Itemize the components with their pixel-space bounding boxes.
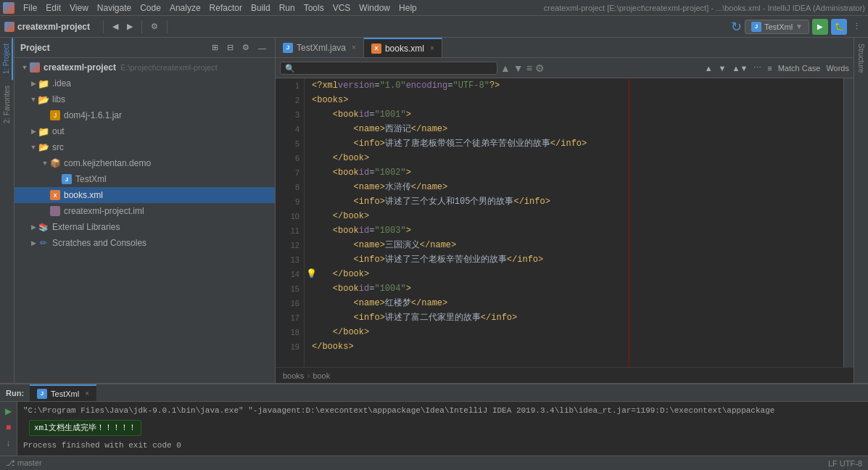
status-bar: ⎇ master LF UTF-8 (0, 455, 868, 470)
run-button[interactable]: ▶ (812, 19, 828, 35)
menu-window[interactable]: Window (355, 0, 394, 16)
bottom-tab-java-icon: J (37, 389, 47, 399)
debug-button[interactable]: 🐛 (831, 19, 847, 35)
menu-navigate[interactable]: Navigate (93, 0, 136, 16)
project-collapse-all-btn[interactable]: ⊟ (224, 41, 236, 54)
menu-tools[interactable]: Tools (299, 0, 328, 16)
project-close-btn[interactable]: — (255, 41, 269, 54)
code-line-11[interactable]: <book id="1003"> (305, 223, 843, 238)
vtab-favorites[interactable]: 2: Favorites (1, 80, 12, 129)
toolbar-back-btn[interactable]: ◀ (109, 20, 121, 33)
more-actions-btn[interactable]: ⋮ (850, 20, 864, 33)
vtab-structure[interactable]: Structure (856, 38, 867, 79)
menu-analyze[interactable]: Analyze (165, 0, 205, 16)
menu-run[interactable]: Run (275, 0, 299, 16)
code-line-8[interactable]: <name>水浒传</name> (305, 180, 843, 194)
menu-code[interactable]: Code (136, 0, 165, 16)
code-line-17[interactable]: <info>讲述了富二代家里的故事</info> (305, 310, 843, 325)
project-expand-all-btn[interactable]: ⊞ (209, 41, 221, 54)
project-icon (30, 62, 40, 73)
tree-item-dom4j[interactable]: ▶ J dom4j-1.6.1.jar (15, 107, 275, 123)
code-line-1[interactable]: <?xml version="1.0" encoding="UTF-8"?> (305, 78, 843, 93)
vtab-project[interactable]: 1: Project (1, 38, 13, 80)
tab-testxml[interactable]: J TestXml.java × (276, 38, 364, 57)
project-settings-btn[interactable]: ⚙ (239, 41, 252, 54)
line-num-7: 7 (295, 165, 299, 180)
tree-label-idea: .idea (52, 78, 71, 88)
search-input[interactable] (280, 62, 497, 75)
code-line-13[interactable]: <info>讲述了三个老板辛苦创业的故事</info> (305, 252, 843, 267)
project-name: createxml-project (17, 22, 90, 32)
iml-file-icon (49, 205, 61, 217)
tab-books-xml-label: books.xml (385, 44, 424, 54)
line-num-4: 4 (295, 122, 299, 136)
tree-item-package[interactable]: ▼ 📦 com.kejizhentan.demo (15, 155, 275, 171)
tree-item-testxml[interactable]: ▶ J TestXml (15, 171, 275, 187)
breadcrumb-book[interactable]: book (313, 371, 330, 380)
run-config-selector[interactable]: J TestXml ▼ (745, 20, 809, 34)
breadcrumb-books[interactable]: books (283, 371, 304, 380)
menu-vcs[interactable]: VCS (328, 0, 355, 16)
code-line-12[interactable]: <name>三国演义</name> (305, 238, 843, 252)
code-line-9[interactable]: <info>讲述了三个女人和105个男的故事</info> (305, 194, 843, 209)
tree-arrow-scratches: ▶ (29, 239, 38, 247)
search-settings-btn[interactable]: ⚙ (535, 62, 545, 74)
code-line-19[interactable]: </books> (305, 339, 843, 354)
bottom-tab-close[interactable]: × (85, 389, 89, 397)
code-line-3[interactable]: <book id="1001"> (305, 107, 843, 122)
rerun-btn[interactable]: ▶ (2, 405, 15, 418)
tree-label-dom4j: dom4j-1.6.1.jar (64, 110, 122, 120)
menu-file[interactable]: File (19, 0, 41, 16)
tree-item-libs[interactable]: ▼ 📂 libs (15, 91, 275, 107)
tree-arrow-root: ▼ (20, 63, 29, 72)
toolbar-settings-btn[interactable]: ⚙ (148, 20, 161, 33)
scroll-end-btn[interactable]: ↓ (2, 437, 15, 450)
code-line-6[interactable]: </book> (305, 151, 843, 165)
menu-build[interactable]: Build (247, 0, 275, 16)
tree-arrow-src: ▼ (29, 143, 38, 152)
code-line-14[interactable]: 💡 </book> (305, 267, 843, 281)
code-line-15[interactable]: <book id="1004"> (305, 281, 843, 296)
bottom-tab-testxml[interactable]: J TestXml × (30, 384, 96, 401)
code-line-18[interactable]: </book> (305, 325, 843, 339)
code-line-16[interactable]: <name>红楼梦</name> (305, 296, 843, 310)
tree-arrow-package: ▼ (41, 159, 49, 168)
right-scroll-gutter[interactable] (843, 78, 853, 367)
tree-item-idea[interactable]: ▶ 📁 .idea (15, 75, 275, 91)
code-line-7[interactable]: <book id="1002"> (305, 165, 843, 180)
tree-item-books-xml[interactable]: ▶ X books.xml (15, 187, 275, 203)
breadcrumb-sep: › (307, 371, 310, 381)
menu-help[interactable]: Help (394, 0, 421, 16)
code-line-4[interactable]: <name>西游记</name> (305, 122, 843, 136)
tab-testxml-close[interactable]: × (352, 44, 356, 51)
search-next-btn[interactable]: ▼ (513, 62, 524, 74)
lightbulb-icon[interactable]: 💡 (306, 267, 317, 281)
update-icon[interactable]: ↻ (731, 19, 742, 35)
code-line-5[interactable]: <info>讲述了唐老板带领三个徒弟辛苦创业的故事</info> (305, 136, 843, 151)
match-case-option[interactable]: Match Case (778, 64, 821, 73)
tree-item-scratches[interactable]: ▶ ✏ Scratches and Consoles (15, 235, 275, 251)
code-line-2[interactable]: <books> (305, 93, 843, 107)
menu-edit[interactable]: Edit (41, 0, 65, 16)
search-prev-btn[interactable]: ▲ (500, 62, 511, 74)
tree-item-out[interactable]: ▶ 📁 out (15, 123, 275, 139)
tree-item-src[interactable]: ▼ 📂 src (15, 139, 275, 155)
tab-books-xml-close[interactable]: × (430, 44, 434, 52)
menu-view[interactable]: View (65, 0, 93, 16)
tree-item-ext-libs[interactable]: ▶ 📚 External Libraries (15, 219, 275, 235)
code-area[interactable]: <?xml version="1.0" encoding="UTF-8"?><b… (305, 78, 843, 367)
tab-books-xml[interactable]: X books.xml × (364, 38, 442, 57)
toolbar-forward-btn[interactable]: ▶ (124, 20, 136, 33)
search-filter-btn[interactable]: ≡ (526, 62, 532, 74)
search-options: ▲ ▼ ▲▼ ⋯ ≡ Match Case Words (705, 63, 849, 73)
app-logo (3, 2, 15, 14)
tree-item-iml[interactable]: ▶ createxml-project.iml (15, 203, 275, 219)
tree-item-root[interactable]: ▼ createxml-project E:\project\createxml… (15, 59, 275, 75)
menu-refactor[interactable]: Refactor (205, 0, 247, 16)
main-area: 1: Project 2: Favorites Project ⊞ ⊟ ⚙ — … (0, 38, 868, 383)
editor-area: J TestXml.java × X books.xml × ▲ ▼ ≡ ⚙ ▲… (276, 38, 853, 383)
run-label: Run: (0, 384, 30, 401)
stop-btn[interactable]: ■ (2, 421, 15, 434)
code-line-10[interactable]: </book> (305, 209, 843, 223)
words-option[interactable]: Words (826, 64, 849, 73)
